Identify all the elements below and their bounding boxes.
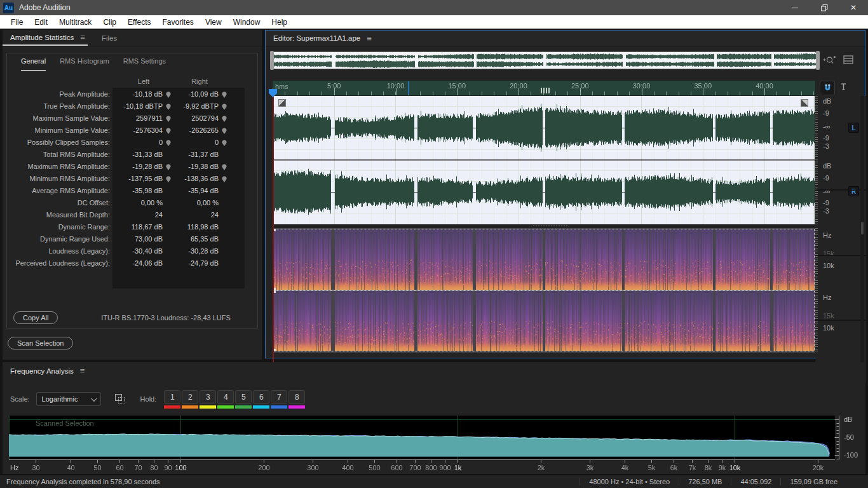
stat-value-right: 2502794 bbox=[171, 113, 227, 124]
freq-panel-menu-icon[interactable]: ≡ bbox=[80, 366, 85, 376]
inner-tab-rms-settings[interactable]: RMS Settings bbox=[123, 57, 166, 71]
stat-row: True Peak Amplitude:-10,18 dBTP-9,92 dBT… bbox=[7, 101, 257, 112]
scale-label: -9 bbox=[823, 174, 829, 182]
editor-panel: Editor: Supermax11A1.ape ≡ hms 5:0010:00… bbox=[265, 30, 865, 358]
close-button[interactable]: ✕ bbox=[839, 0, 868, 15]
vertical-scrollbar[interactable] bbox=[860, 96, 864, 383]
stat-value-left: 2597911 bbox=[115, 113, 171, 124]
editor-tab[interactable]: Editor: Supermax11A1.ape bbox=[266, 34, 360, 42]
menu-effects[interactable]: Effects bbox=[122, 18, 156, 27]
stat-row: Dynamic Range Used:73,00 dB65,35 dB bbox=[7, 234, 257, 245]
fade-out-handle[interactable] bbox=[801, 99, 808, 107]
app-window: Au Adobe Audition ✕ File Edit Multitrack… bbox=[0, 0, 868, 488]
hold-label: Hold: bbox=[140, 395, 157, 403]
overview-navigator[interactable] bbox=[273, 51, 817, 69]
playhead-line[interactable] bbox=[273, 95, 274, 383]
pin-icon[interactable] bbox=[222, 116, 227, 122]
menu-favorites[interactable]: Favorites bbox=[157, 18, 200, 27]
spectrogram-canvas[interactable] bbox=[273, 228, 815, 353]
channel-button-r[interactable]: R bbox=[848, 186, 859, 196]
stat-row: Peak Amplitude:-10,18 dB-10,09 dB bbox=[7, 89, 257, 100]
pin-icon[interactable] bbox=[222, 140, 227, 146]
fade-in-handle[interactable] bbox=[278, 99, 286, 107]
menu-window[interactable]: Window bbox=[227, 18, 266, 27]
vertical-scrollbar-thumb[interactable] bbox=[861, 222, 864, 234]
stat-value-right: -35,94 dB bbox=[171, 186, 227, 196]
editor-layout-icon[interactable] bbox=[843, 54, 855, 67]
scale-label: dB bbox=[823, 162, 831, 170]
overview-left-handle[interactable] bbox=[270, 51, 274, 70]
restore-button[interactable] bbox=[810, 0, 839, 15]
stat-value-left: -10,18 dB bbox=[115, 89, 171, 100]
pin-icon[interactable] bbox=[222, 128, 227, 134]
menu-clip[interactable]: Clip bbox=[97, 18, 122, 27]
channel-button-l[interactable]: L bbox=[848, 123, 859, 133]
stat-label: True Peak Amplitude: bbox=[7, 101, 110, 112]
overview-right-handle[interactable] bbox=[816, 51, 820, 70]
title-bar: Au Adobe Audition ✕ bbox=[0, 0, 868, 15]
pin-icon[interactable] bbox=[166, 116, 171, 122]
pin-icon[interactable] bbox=[166, 140, 171, 146]
frequency-chart-canvas[interactable] bbox=[9, 416, 865, 474]
pin-icon[interactable] bbox=[166, 176, 171, 182]
inner-tab-rms-histogram[interactable]: RMS Histogram bbox=[60, 57, 109, 71]
pin-icon[interactable] bbox=[222, 104, 227, 110]
stat-label: Maximum Sample Value: bbox=[7, 113, 110, 124]
magnet-icon bbox=[823, 83, 832, 93]
hold-button-8[interactable]: 8 bbox=[288, 390, 305, 409]
menu-file[interactable]: File bbox=[5, 18, 29, 27]
tab-files[interactable]: Files bbox=[102, 34, 117, 42]
menu-help[interactable]: Help bbox=[266, 18, 293, 27]
hold-button-6[interactable]: 6 bbox=[253, 390, 269, 409]
pin-icon[interactable] bbox=[166, 104, 171, 110]
editor-panel-menu-icon[interactable]: ≡ bbox=[367, 34, 372, 43]
menu-view[interactable]: View bbox=[200, 18, 227, 27]
panel-menu-icon[interactable]: ≡ bbox=[80, 32, 85, 42]
hold-button-3[interactable]: 3 bbox=[200, 390, 216, 409]
scale-dropdown[interactable]: Logarithmic bbox=[36, 392, 101, 406]
stat-value-right: -10,09 dB bbox=[171, 89, 227, 100]
tab-amplitude-statistics[interactable]: Amplitude Statistics ≡ bbox=[3, 30, 88, 46]
hold-button-1[interactable]: 1 bbox=[164, 390, 180, 409]
snap-toggle-button[interactable] bbox=[820, 81, 835, 95]
marker-cluster-icon[interactable] bbox=[541, 88, 550, 93]
hold-button-4[interactable]: 4 bbox=[217, 390, 234, 409]
copy-all-button[interactable]: Copy All bbox=[13, 311, 58, 324]
stat-label: Perceived Loudness (Legacy): bbox=[7, 258, 110, 269]
ruler-cursor-line bbox=[408, 81, 409, 95]
stat-value-left: -30,40 dB bbox=[115, 246, 171, 257]
chevron-down-icon bbox=[91, 395, 97, 402]
pin-tool-icon[interactable] bbox=[839, 82, 848, 93]
hold-color-swatch bbox=[182, 405, 198, 409]
scale-label: Hz bbox=[823, 294, 831, 301]
stat-row: Minimum Sample Value:-2576304-2626265 bbox=[7, 125, 257, 136]
amplitude-statistics-panel: Amplitude Statistics ≡ Files GeneralRMS … bbox=[3, 30, 262, 360]
hold-button-5[interactable]: 5 bbox=[235, 390, 252, 409]
menu-multitrack[interactable]: Multitrack bbox=[53, 18, 97, 27]
stat-row: Measured Bit Depth:2424 bbox=[7, 210, 257, 220]
stat-label: Dynamic Range Used: bbox=[7, 234, 110, 245]
stat-row: Perceived Loudness (Legacy):-24,06 dB-24… bbox=[7, 258, 257, 269]
pin-icon[interactable] bbox=[222, 176, 227, 182]
zoom-navigate-icon[interactable] bbox=[824, 54, 836, 67]
status-message: Frequency Analysis completed in 578,90 s… bbox=[6, 478, 160, 485]
stat-value-right: -24,79 dB bbox=[171, 258, 227, 269]
pin-icon[interactable] bbox=[166, 164, 171, 170]
minimize-button[interactable] bbox=[780, 0, 810, 15]
scale-dropdown-value: Logarithmic bbox=[42, 395, 78, 403]
pin-icon[interactable] bbox=[166, 92, 171, 98]
inner-tab-general[interactable]: General bbox=[21, 57, 46, 71]
waveform-canvas[interactable] bbox=[273, 96, 815, 224]
hold-button-7[interactable]: 7 bbox=[271, 390, 287, 409]
menu-edit[interactable]: Edit bbox=[29, 18, 53, 27]
hold-button-2[interactable]: 2 bbox=[182, 390, 198, 409]
pin-icon[interactable] bbox=[166, 128, 171, 134]
graph-snapshot-icon[interactable] bbox=[115, 394, 125, 404]
scale-label: 15k bbox=[823, 312, 834, 320]
pin-icon[interactable] bbox=[222, 164, 227, 170]
pin-icon[interactable] bbox=[222, 92, 227, 98]
stat-label: Total RMS Amplitude: bbox=[7, 149, 110, 160]
frequency-analysis-tab[interactable]: Frequency Analysis bbox=[10, 367, 74, 375]
splitter-grip[interactable] bbox=[532, 225, 568, 227]
scan-selection-button[interactable]: Scan Selection bbox=[8, 337, 73, 349]
